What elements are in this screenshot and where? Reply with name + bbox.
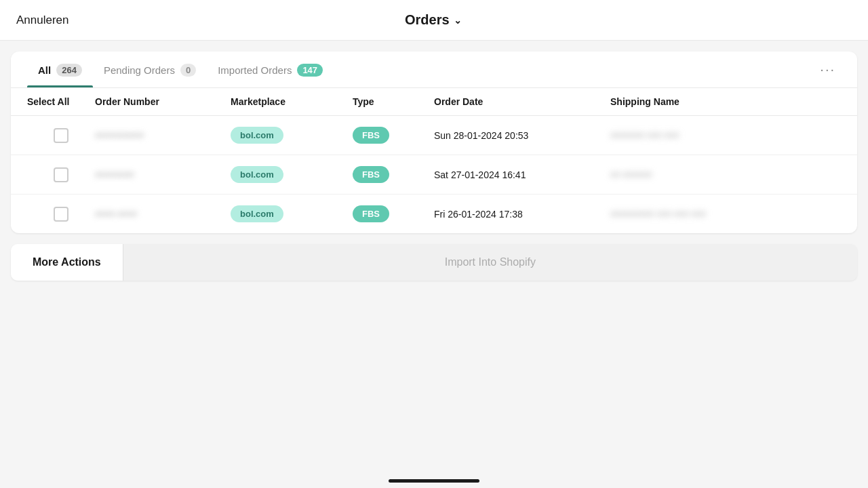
row-2-order-date: Sat 27-01-2024 16:41 bbox=[434, 169, 610, 180]
chevron-down-icon[interactable]: ⌄ bbox=[454, 15, 462, 26]
orders-card: All 264 Pending Orders 0 Imported Orders… bbox=[11, 52, 857, 233]
col-header-order-number: Order Number bbox=[95, 96, 231, 107]
row-3-checkbox[interactable] bbox=[54, 207, 68, 222]
more-actions-button[interactable]: More Actions bbox=[11, 244, 123, 281]
col-header-shipping-name: Shipping Name bbox=[610, 96, 841, 107]
row-1-order-number: ########## bbox=[95, 130, 231, 140]
row-2-marketplace: bol.com bbox=[231, 166, 353, 183]
row-1-order-date: Sun 28-01-2024 20:53 bbox=[434, 130, 610, 141]
table-row: ####-#### bol.com FBS Fri 26-01-2024 17:… bbox=[11, 195, 857, 233]
tab-pending-badge: 0 bbox=[180, 64, 196, 77]
tab-all-label: All bbox=[38, 64, 51, 76]
tabs-more-button[interactable]: ··· bbox=[814, 56, 841, 83]
import-shopify-button[interactable]: Import Into Shopify bbox=[123, 244, 857, 281]
row-2-type-badge: FBS bbox=[353, 166, 389, 183]
row-2-shipping-name: ## ###### bbox=[610, 169, 841, 180]
row-3-order-date: Fri 26-01-2024 17:38 bbox=[434, 209, 610, 220]
action-bar: More Actions Import Into Shopify bbox=[11, 244, 857, 281]
home-indicator bbox=[389, 479, 479, 483]
row-2-order-number: ######## bbox=[95, 169, 231, 180]
row-1-marketplace: bol.com bbox=[231, 127, 353, 144]
tab-all-badge: 264 bbox=[56, 64, 82, 77]
row-3-order-number: ####-#### bbox=[95, 209, 231, 219]
row-1-shipping-name: ####### ### ### bbox=[610, 130, 841, 140]
row-1-checkbox[interactable] bbox=[54, 128, 68, 143]
row-1-checkbox-wrapper[interactable] bbox=[27, 128, 95, 143]
col-header-marketplace: Marketplace bbox=[231, 96, 353, 107]
top-navigation: Annuleren Orders ⌄ bbox=[0, 0, 868, 41]
row-2-checkbox[interactable] bbox=[54, 167, 68, 182]
col-header-type: Type bbox=[353, 96, 434, 107]
col-header-select[interactable]: Select All bbox=[27, 96, 95, 107]
row-1-marketplace-badge: bol.com bbox=[231, 127, 283, 144]
row-3-marketplace: bol.com bbox=[231, 205, 353, 222]
table-header: Select All Order Number Marketplace Type… bbox=[11, 88, 857, 116]
table-row: ######## bol.com FBS Sat 27-01-2024 16:4… bbox=[11, 155, 857, 195]
tab-imported-badge: 147 bbox=[297, 64, 323, 77]
row-1-type: FBS bbox=[353, 127, 434, 144]
row-3-shipping-name: ######### ### ### ### bbox=[610, 209, 841, 219]
row-3-marketplace-badge: bol.com bbox=[231, 205, 283, 222]
row-2-type: FBS bbox=[353, 166, 434, 183]
row-3-checkbox-wrapper[interactable] bbox=[27, 207, 95, 222]
tabs-bar: All 264 Pending Orders 0 Imported Orders… bbox=[11, 52, 857, 88]
tab-pending-label: Pending Orders bbox=[104, 64, 175, 76]
row-3-type-badge: FBS bbox=[353, 205, 389, 222]
row-3-type: FBS bbox=[353, 205, 434, 222]
row-2-marketplace-badge: bol.com bbox=[231, 166, 283, 183]
tab-pending[interactable]: Pending Orders 0 bbox=[93, 52, 207, 87]
tab-all[interactable]: All 264 bbox=[27, 52, 93, 87]
col-header-order-date: Order Date bbox=[434, 96, 610, 107]
row-1-type-badge: FBS bbox=[353, 127, 389, 144]
main-content: All 264 Pending Orders 0 Imported Orders… bbox=[0, 41, 868, 488]
table-row: ########## bol.com FBS Sun 28-01-2024 20… bbox=[11, 116, 857, 155]
cancel-button[interactable]: Annuleren bbox=[16, 14, 69, 27]
row-2-checkbox-wrapper[interactable] bbox=[27, 167, 95, 182]
tab-imported[interactable]: Imported Orders 147 bbox=[207, 52, 334, 87]
page-title: Orders ⌄ bbox=[405, 12, 462, 28]
tab-imported-label: Imported Orders bbox=[218, 64, 292, 76]
